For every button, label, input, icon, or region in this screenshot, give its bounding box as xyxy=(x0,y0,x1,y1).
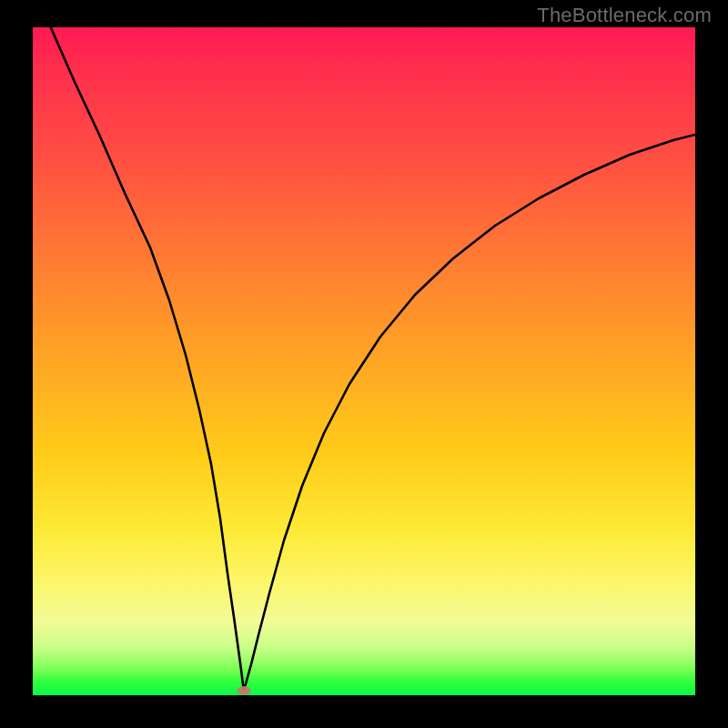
watermark-text: TheBottleneck.com xyxy=(537,4,712,27)
curve-right-branch xyxy=(244,135,695,690)
plot-area xyxy=(33,27,695,695)
chart-container: TheBottleneck.com xyxy=(0,0,728,728)
minimum-point-marker xyxy=(238,686,251,695)
curve-left-branch xyxy=(49,24,244,690)
bottleneck-curve xyxy=(33,27,695,695)
